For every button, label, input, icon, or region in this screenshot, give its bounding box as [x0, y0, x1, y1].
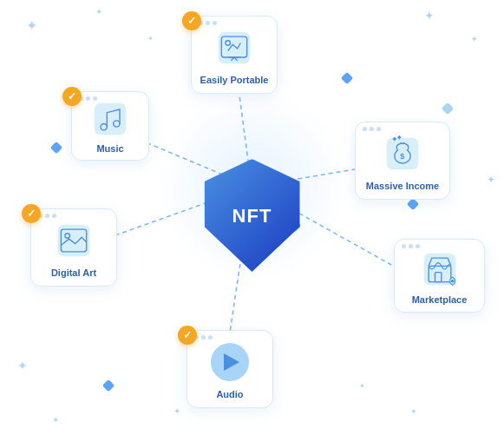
- dot: [86, 96, 90, 101]
- easily-portable-card: Easily Portable: [191, 16, 278, 94]
- digital-art-icon-svg: [55, 221, 93, 260]
- card-dots: [194, 335, 213, 340]
- star-decoration: ✦: [359, 382, 365, 390]
- star-decoration: ✦: [95, 7, 102, 16]
- massive-income-card: $ Massive Income: [355, 122, 450, 200]
- audio-icon: [208, 340, 252, 384]
- dot: [370, 127, 374, 131]
- easily-portable-icon-svg: [215, 29, 253, 67]
- star-decoration: ✦: [173, 406, 180, 416]
- audio-label: Audio: [216, 389, 243, 399]
- dot: [201, 335, 206, 340]
- dot: [208, 335, 213, 340]
- play-circle: [211, 343, 249, 381]
- diamond-decoration: [341, 72, 353, 84]
- dot: [213, 21, 217, 25]
- audio-card: Audio: [187, 330, 273, 408]
- dot: [363, 127, 367, 131]
- card-dots: [199, 21, 217, 25]
- star-decoration: ✦: [52, 415, 59, 425]
- card-dots: [79, 96, 97, 101]
- digital-art-card: Digital Art: [30, 208, 117, 287]
- diamond-decoration: [407, 198, 419, 210]
- digital-art-check-badge: ✓: [22, 204, 41, 223]
- dot: [52, 214, 56, 218]
- marketplace-icon-svg: [421, 250, 459, 288]
- massive-income-label: Massive Income: [366, 181, 439, 191]
- star-decoration: ✦: [487, 174, 495, 186]
- star-decoration: ✦: [424, 9, 435, 23]
- nft-shield: NFT: [205, 159, 300, 272]
- nft-label: NFT: [232, 204, 272, 227]
- dot: [402, 244, 406, 248]
- music-icon-svg: [91, 100, 129, 138]
- massive-income-icon: $: [381, 132, 424, 175]
- star-decoration: ✦: [410, 407, 417, 416]
- shield-shape: NFT: [205, 159, 300, 272]
- dot: [376, 127, 381, 131]
- star-decoration: ✦: [147, 35, 154, 43]
- music-label: Music: [96, 143, 123, 154]
- digital-art-label: Digital Art: [51, 267, 96, 278]
- star-decoration: ✦: [26, 17, 37, 34]
- star-decoration: ✦: [17, 359, 28, 373]
- diamond-decoration: [442, 102, 454, 115]
- svg-text:$: $: [400, 152, 404, 161]
- music-icon: [88, 100, 132, 138]
- audio-check-badge: ✓: [178, 326, 197, 345]
- diamond-decoration: [102, 379, 115, 392]
- svg-rect-7: [95, 103, 127, 135]
- music-card: Music: [71, 91, 149, 161]
- easily-portable-icon: [213, 26, 256, 69]
- music-check-badge: ✓: [62, 87, 82, 106]
- marketplace-icon: [418, 248, 461, 289]
- digital-art-icon: [52, 219, 95, 262]
- marketplace-card: Marketplace: [394, 239, 485, 313]
- diamond-decoration: [50, 142, 62, 154]
- card-dots: [38, 214, 56, 218]
- dot: [93, 96, 97, 101]
- card-dots: [363, 127, 381, 131]
- easily-portable-check-badge: ✓: [182, 11, 201, 30]
- dot: [409, 244, 413, 248]
- star-decoration: ✦: [471, 35, 478, 43]
- svg-point-20: [450, 279, 454, 282]
- dot: [45, 214, 49, 218]
- easily-portable-label: Easily Portable: [200, 75, 269, 85]
- dot: [206, 21, 210, 25]
- main-scene: ✦ ✦ ✦ ✦ ✦ ✦ ✦ ✦ ✦ ✦ ✦ ✦ NFT: [0, 0, 504, 442]
- marketplace-label: Marketplace: [412, 294, 468, 305]
- card-dots: [402, 244, 420, 248]
- play-triangle: [224, 353, 239, 371]
- massive-income-icon-svg: $: [383, 135, 422, 173]
- dot: [416, 244, 420, 248]
